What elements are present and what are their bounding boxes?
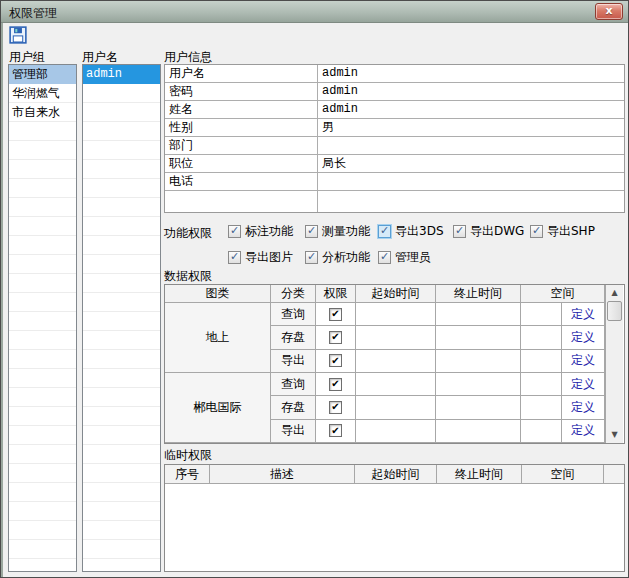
info-row: 电话	[165, 173, 624, 191]
space-cell: 定义	[521, 396, 605, 419]
check-icon: ✓	[455, 225, 464, 236]
space-cell: 定义	[521, 373, 605, 396]
checkbox-export-shp[interactable]: ✓	[530, 225, 543, 238]
check-icon: ✓	[307, 251, 316, 262]
info-field-value[interactable]: admin	[318, 65, 624, 82]
checkbox-label: 导出3DS	[395, 223, 444, 240]
category-cell: 存盘	[271, 396, 316, 419]
end-time-cell[interactable]	[436, 420, 521, 443]
col-header-end-time: 终止时间	[436, 285, 521, 303]
perm-checkbox[interactable]: ✔	[329, 378, 342, 391]
checkbox-group-analysis: ✓ 分析功能	[305, 248, 370, 266]
perm-checkbox[interactable]: ✔	[329, 308, 342, 321]
floppy-disk-icon	[9, 26, 27, 47]
start-time-cell[interactable]	[356, 396, 436, 419]
user-group-item[interactable]: 市自来水	[9, 103, 76, 122]
data-perms-table: 图类 分类 权限 起始时间 终止时间 空间 地上 查询 ✔ 定义 存盘 ✔ 定义…	[164, 284, 625, 444]
end-time-cell[interactable]	[436, 373, 521, 396]
perm-checkbox[interactable]: ✔	[329, 354, 342, 367]
check-icon: ✔	[331, 356, 339, 366]
space-cell: 定义	[521, 350, 605, 373]
user-group-list: 管理部 华润燃气 市自来水	[8, 64, 77, 572]
permission-manager-window: 权限管理 x 用户组 用户名 用户信息 管理部 华润燃气 市自来水	[0, 0, 629, 578]
category-cell: 导出	[271, 350, 316, 373]
user-group-item[interactable]: 华润燃气	[9, 84, 76, 103]
col-header-start-time: 起始时间	[355, 465, 437, 483]
col-header-space: 空间	[522, 465, 604, 483]
info-field-value[interactable]: admin	[318, 83, 624, 100]
check-icon: ✔	[331, 379, 339, 389]
start-time-cell[interactable]	[356, 373, 436, 396]
data-perms-grid: 图类 分类 权限 起始时间 终止时间 空间 地上 查询 ✔ 定义 存盘 ✔ 定义…	[165, 285, 605, 443]
scrollbar-thumb[interactable]	[607, 301, 622, 321]
title-bar[interactable]: 权限管理 x	[1, 1, 628, 23]
user-info-table: 用户名 admin 密码 admin 姓名 admin 性别 男 部门 职位 局…	[164, 64, 625, 213]
checkbox-group-measure: ✓ 测量功能	[305, 222, 370, 240]
info-field-value[interactable]: 男	[318, 119, 624, 136]
end-time-cell[interactable]	[436, 326, 521, 349]
user-name-item[interactable]: admin	[83, 65, 160, 84]
start-time-cell[interactable]	[356, 420, 436, 443]
scrollbar-up-button[interactable]: ▲	[606, 285, 623, 301]
define-link[interactable]: 定义	[561, 373, 604, 395]
checkbox-label: 导出SHP	[547, 223, 595, 240]
info-field-value[interactable]	[318, 137, 624, 154]
checkbox-export-dwg[interactable]: ✓	[453, 225, 466, 238]
temp-perms-body[interactable]	[165, 484, 624, 571]
perm-checkbox-cell: ✔	[316, 420, 356, 443]
checkbox-label: 测量功能	[322, 223, 370, 240]
scrollbar-up-icon: ▲	[611, 289, 617, 297]
check-icon: ✓	[532, 225, 541, 236]
col-header-description: 描述	[210, 465, 355, 483]
info-field-value[interactable]: 局长	[318, 155, 624, 172]
perm-checkbox[interactable]: ✔	[329, 401, 342, 414]
define-link[interactable]: 定义	[561, 303, 604, 325]
info-field-label: 职位	[165, 155, 318, 172]
category-cell: 查询	[271, 373, 316, 396]
col-header-end-time: 终止时间	[437, 465, 522, 483]
end-time-cell[interactable]	[436, 303, 521, 326]
user-name-list: admin	[82, 64, 161, 572]
info-field-value[interactable]: admin	[318, 101, 624, 118]
start-time-cell[interactable]	[356, 350, 436, 373]
define-link[interactable]: 定义	[561, 350, 604, 372]
col-header-index: 序号	[165, 465, 210, 483]
checkbox-measure[interactable]: ✓	[305, 225, 318, 238]
user-group-item[interactable]: 管理部	[9, 65, 76, 84]
info-field-label: 用户名	[165, 65, 318, 82]
info-field-label: 部门	[165, 137, 318, 154]
end-time-cell[interactable]	[436, 350, 521, 373]
start-time-cell[interactable]	[356, 326, 436, 349]
info-field-label: 密码	[165, 83, 318, 100]
define-link[interactable]: 定义	[561, 420, 604, 442]
category-cell: 查询	[271, 303, 316, 326]
end-time-cell[interactable]	[436, 396, 521, 419]
space-cell: 定义	[521, 326, 605, 349]
info-row: 职位 局长	[165, 155, 624, 173]
check-icon: ✓	[230, 225, 239, 236]
check-icon: ✔	[331, 402, 339, 412]
vertical-scrollbar[interactable]: ▲ ▼	[605, 285, 623, 443]
perm-checkbox[interactable]: ✔	[329, 331, 342, 344]
checkbox-group-export-3ds: ✓ 导出3DS	[378, 222, 444, 240]
start-time-cell[interactable]	[356, 303, 436, 326]
category-cell: 导出	[271, 420, 316, 443]
space-cell: 定义	[521, 303, 605, 326]
info-field-value[interactable]	[318, 173, 624, 190]
scrollbar-down-button[interactable]: ▼	[606, 427, 623, 443]
checkbox-export-3ds[interactable]: ✓	[378, 225, 391, 238]
check-icon: ✓	[380, 251, 389, 262]
save-button[interactable]	[7, 26, 29, 47]
info-field-label: 性别	[165, 119, 318, 136]
define-link[interactable]: 定义	[561, 326, 604, 348]
close-button[interactable]: x	[595, 3, 623, 20]
checkbox-export-image[interactable]: ✓	[228, 251, 241, 264]
checkbox-admin-role[interactable]: ✓	[378, 251, 391, 264]
info-field-label: 姓名	[165, 101, 318, 118]
checkbox-annotate[interactable]: ✓	[228, 225, 241, 238]
checkbox-analysis[interactable]: ✓	[305, 251, 318, 264]
checkbox-group-export-image: ✓ 导出图片	[228, 248, 293, 266]
perm-checkbox[interactable]: ✔	[329, 424, 342, 437]
define-link[interactable]: 定义	[561, 396, 604, 418]
col-header-permission: 权限	[316, 285, 356, 303]
